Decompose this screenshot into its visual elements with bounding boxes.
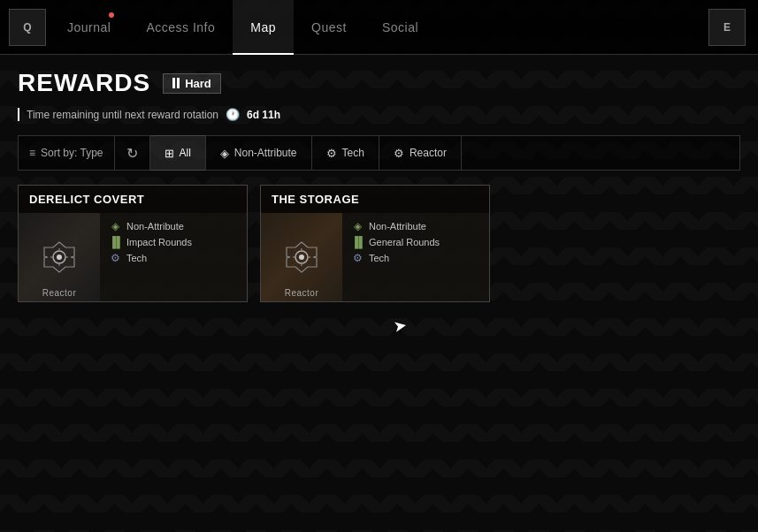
sort-icon: ≡: [29, 147, 35, 159]
svg-point-9: [299, 255, 304, 260]
tab-access-info[interactable]: Access Info: [128, 0, 233, 55]
reward-item: ◈ Non-Attribute: [351, 220, 480, 232]
app-container: Q Journal Access Info Map Quest Social E…: [0, 0, 758, 532]
filter-non-attribute-label: Non-Attribute: [234, 147, 297, 159]
location-card-the-storage[interactable]: The Storage: [260, 185, 490, 302]
impact-rounds-icon: ▐▌: [109, 236, 121, 248]
tab-social-label: Social: [382, 20, 418, 34]
nav-button-e[interactable]: E: [708, 9, 746, 46]
filter-non-attribute[interactable]: ◈ Non-Attribute: [206, 135, 312, 171]
filter-all-label: All: [180, 147, 191, 159]
cards-grid: Derelict Covert: [18, 185, 740, 302]
tab-map-label: Map: [250, 20, 276, 34]
tech-reward-icon-2: ⚙: [351, 252, 364, 264]
page-title: Rewards: [18, 69, 150, 97]
card-title-derelict: Derelict Covert: [19, 186, 247, 213]
card-image-storage: Reactor: [261, 213, 342, 301]
reward-non-attribute-label: Non-Attribute: [126, 221, 184, 232]
reward-item: ⚙ Tech: [351, 252, 480, 264]
sort-button[interactable]: ≡ Sort by: Type: [19, 136, 115, 170]
top-nav: Q Journal Access Info Map Quest Social E: [0, 0, 758, 55]
journal-notification-dot: [109, 12, 114, 18]
timer-row: Time remaining until next reward rotatio…: [18, 108, 740, 121]
reactor-label-derelict: Reactor: [19, 288, 100, 298]
reactor-icon-derelict: [41, 239, 78, 276]
filter-all[interactable]: ⊞ All: [150, 135, 206, 171]
refresh-icon: ↻: [126, 145, 138, 162]
filter-options: ⊞ All ◈ Non-Attribute ⚙ Tech ⚙ Reactor: [150, 135, 740, 171]
tab-quest-label: Quest: [311, 20, 347, 34]
tab-map[interactable]: Map: [233, 0, 294, 55]
tab-access-info-label: Access Info: [146, 20, 215, 34]
reactor-icon-filter: ⚙: [394, 147, 404, 160]
reward-non-attribute-label-2: Non-Attribute: [369, 221, 426, 232]
card-rewards-derelict: ◈ Non-Attribute ▐▌ Impact Rounds ⚙ Tech: [100, 213, 247, 301]
card-body-derelict: Reactor ◈ Non-Attribute ▐▌ Impact Rounds…: [19, 213, 247, 301]
svg-point-2: [57, 255, 62, 260]
timer-value: 6d 11h: [247, 109, 280, 121]
reward-impact-rounds-label: Impact Rounds: [126, 237, 192, 247]
non-attribute-icon: ◈: [220, 147, 229, 160]
clock-icon: 🕐: [226, 108, 240, 121]
card-body-storage: Reactor ◈ Non-Attribute ▐▌ General Round…: [261, 213, 489, 301]
filter-reactor-label: Reactor: [410, 147, 447, 159]
tab-journal[interactable]: Journal: [50, 0, 128, 55]
tab-quest[interactable]: Quest: [294, 0, 364, 55]
non-attribute-reward-icon: ◈: [109, 220, 121, 232]
reactor-label-storage: Reactor: [261, 288, 342, 298]
location-card-derelict-covert[interactable]: Derelict Covert: [18, 185, 248, 302]
sort-label: Sort by: Type: [41, 147, 103, 159]
reactor-icon-storage: [283, 239, 320, 276]
timer-prefix: Time remaining until next reward rotatio…: [27, 109, 218, 121]
reward-item: ⚙ Tech: [109, 252, 238, 264]
filter-tech[interactable]: ⚙ Tech: [312, 135, 379, 171]
refresh-button[interactable]: ↻: [115, 136, 150, 170]
tab-journal-label: Journal: [67, 20, 111, 34]
tab-social[interactable]: Social: [364, 0, 436, 55]
difficulty-badge: Hard: [163, 73, 221, 94]
pause-icon: [172, 78, 180, 88]
reactor-svg-derelict: [41, 239, 78, 276]
rewards-header: Rewards Hard: [18, 69, 740, 97]
filter-bar: ≡ Sort by: Type ↻ ⊞ All ◈ Non-Attribute …: [18, 135, 740, 171]
card-rewards-storage: ◈ Non-Attribute ▐▌ General Rounds ⚙ Tech: [342, 213, 489, 301]
card-image-derelict: Reactor: [19, 213, 100, 301]
page-content: Rewards Hard Time remaining until next r…: [0, 55, 758, 532]
filter-reactor[interactable]: ⚙ Reactor: [379, 135, 462, 171]
reward-general-rounds-label: General Rounds: [369, 237, 440, 247]
filter-tech-label: Tech: [342, 147, 364, 159]
tech-reward-icon: ⚙: [109, 252, 121, 264]
difficulty-label: Hard: [185, 77, 211, 90]
reward-item: ◈ Non-Attribute: [109, 220, 238, 232]
reward-item: ▐▌ General Rounds: [351, 236, 480, 248]
general-rounds-icon: ▐▌: [351, 236, 364, 248]
all-icon: ⊞: [165, 147, 174, 160]
reward-item: ▐▌ Impact Rounds: [109, 236, 238, 248]
reward-tech-label: Tech: [126, 253, 147, 263]
card-title-storage: The Storage: [261, 186, 489, 213]
reward-tech-label-2: Tech: [369, 253, 389, 263]
tech-icon: ⚙: [326, 147, 337, 160]
nav-button-q[interactable]: Q: [9, 9, 46, 46]
reactor-svg-storage: [283, 239, 320, 276]
non-attribute-reward-icon-2: ◈: [351, 220, 364, 232]
